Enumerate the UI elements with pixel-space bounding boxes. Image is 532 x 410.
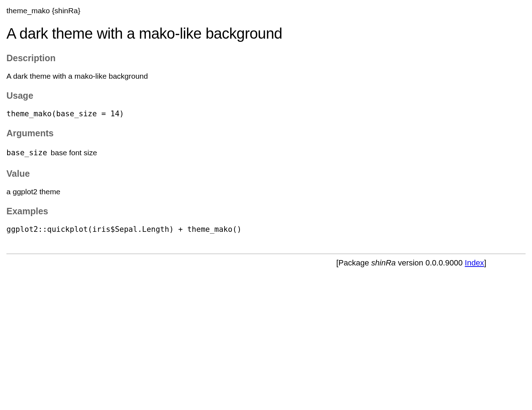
section-heading-examples: Examples bbox=[6, 206, 526, 216]
footer: [Package shinRa version 0.0.0.9000 Index… bbox=[6, 258, 526, 268]
value-text: a ggplot2 theme bbox=[6, 187, 526, 196]
table-row: base_size base font size bbox=[6, 147, 100, 158]
section-heading-usage: Usage bbox=[6, 91, 526, 101]
footer-prefix: [Package bbox=[336, 258, 371, 267]
footer-divider bbox=[6, 254, 526, 254]
description-text: A dark theme with a mako-like background bbox=[6, 72, 526, 80]
footer-version: version 0.0.0.9000 bbox=[396, 258, 465, 267]
index-link[interactable]: Index bbox=[465, 258, 484, 267]
package-brace: {shinRa} bbox=[52, 6, 80, 15]
page-title: A dark theme with a mako-like background bbox=[6, 25, 526, 42]
section-heading-description: Description bbox=[6, 53, 526, 63]
usage-code: theme_mako(base_size = 14) bbox=[6, 109, 526, 118]
topic-name: theme_mako bbox=[6, 6, 50, 15]
section-heading-arguments: Arguments bbox=[6, 128, 526, 138]
argument-description: base font size bbox=[51, 147, 101, 158]
section-heading-value: Value bbox=[6, 169, 526, 179]
argument-name: base_size bbox=[6, 147, 51, 158]
footer-package-name: shinRa bbox=[371, 258, 395, 267]
arguments-table: base_size base font size bbox=[6, 147, 100, 158]
help-header: theme_mako {shinRa} bbox=[6, 6, 526, 15]
footer-suffix: ] bbox=[484, 258, 486, 267]
examples-code: ggplot2::quickplot(iris$Sepal.Length) + … bbox=[6, 225, 526, 234]
